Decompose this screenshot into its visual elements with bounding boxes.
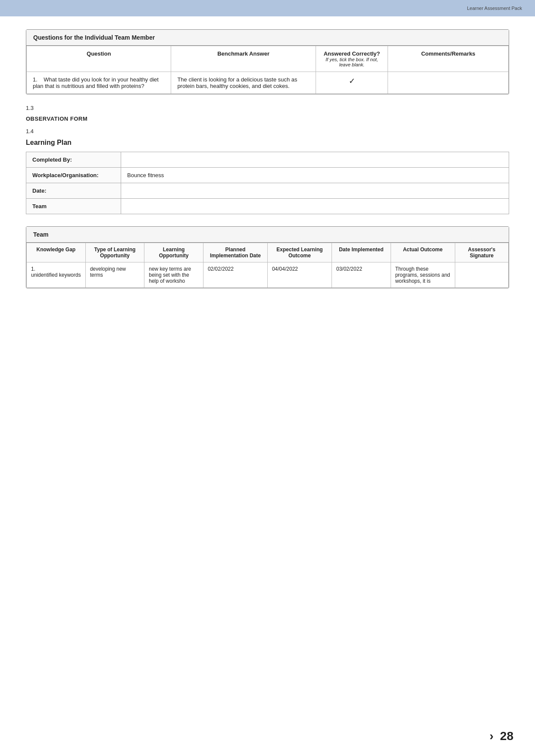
col-planned-date: Planned Implementation Date [203, 243, 267, 262]
info-value-team [121, 199, 509, 214]
col-question: Question [27, 46, 171, 72]
observation-form-label: OBSERVATION FORM [26, 116, 509, 122]
team-table: Knowledge Gap Type of Learning Opportuni… [26, 243, 509, 288]
learning-plan-title: Learning Plan [26, 139, 509, 147]
info-row-team: Team [26, 199, 509, 214]
knowledge-gap-value: unidentified keywords [31, 272, 81, 278]
col-answered-top: Answered Correctly? [322, 50, 382, 57]
info-row-date: Date: [26, 183, 509, 199]
team-expected-outcome: 04/04/2022 [267, 262, 332, 288]
col-answered-sub: If yes, tick the box. If not, leave blan… [322, 57, 382, 67]
questions-table-title: Questions for the Individual Team Member [26, 30, 509, 46]
header-bar: Learner Assessment Pack [0, 0, 535, 16]
header-title: Learner Assessment Pack [467, 6, 522, 11]
section-1-3-label: 1.3 [26, 105, 509, 111]
team-table-title: Team [26, 227, 509, 243]
questions-table: Question Benchmark Answer Answered Corre… [26, 46, 509, 94]
section-1-4-label: 1.4 [26, 128, 509, 134]
info-value-completed [121, 152, 509, 168]
col-knowledge-gap: Knowledge Gap [27, 243, 86, 262]
col-learning-opp: Learning Opportunity [144, 243, 203, 262]
team-actual-outcome: Through these programs, sessions and wor… [391, 262, 455, 288]
page-separator: › [490, 729, 494, 743]
team-knowledge-gap: 1. unidentified keywords [27, 262, 86, 288]
checkbox-cell: ✓ [316, 72, 388, 94]
col-expected-outcome: Expected Learning Outcome [267, 243, 332, 262]
team-planned-date: 02/02/2022 [203, 262, 267, 288]
info-label-workplace: Workplace/Organisation: [26, 168, 121, 183]
col-comments: Comments/Remarks [388, 46, 509, 72]
info-label-date: Date: [26, 183, 121, 199]
info-value-date [121, 183, 509, 199]
team-learning-opp: new key terms are being set with the hel… [144, 262, 203, 288]
team-type-learning: developing new terms [85, 262, 144, 288]
info-row-completed: Completed By: [26, 152, 509, 168]
page-number-area: › 28 [490, 729, 514, 743]
team-date-impl: 03/02/2022 [332, 262, 391, 288]
table-row: 1. What taste did you look for in your h… [27, 72, 509, 94]
comments-cell [388, 72, 509, 94]
col-benchmark: Benchmark Answer [171, 46, 316, 72]
questions-table-wrapper: Questions for the Individual Team Member… [26, 29, 509, 94]
question-number: 1. [33, 76, 38, 83]
benchmark-cell: The client is looking for a delicious ta… [171, 72, 316, 94]
row-number: 1. [31, 266, 81, 272]
col-answered: Answered Correctly? If yes, tick the box… [316, 46, 388, 72]
page-number: 28 [500, 729, 513, 743]
col-type-learning: Type of Learning Opportunity [85, 243, 144, 262]
info-row-workplace: Workplace/Organisation: Bounce fitness [26, 168, 509, 183]
info-label-completed: Completed By: [26, 152, 121, 168]
checkbox-icon: ✓ [349, 77, 355, 85]
info-table: Completed By: Workplace/Organisation: Bo… [26, 152, 509, 214]
question-text: What taste did you look for in your heal… [33, 76, 159, 89]
team-assessor-sig [455, 262, 508, 288]
col-assessor-sig: Assessor's Signature [455, 243, 508, 262]
table-row: 1. unidentified keywords developing new … [27, 262, 509, 288]
info-label-team: Team [26, 199, 121, 214]
info-value-workplace: Bounce fitness [121, 168, 509, 183]
col-actual-outcome: Actual Outcome [391, 243, 455, 262]
col-date-impl: Date Implemented [332, 243, 391, 262]
team-table-wrapper: Team Knowledge Gap Type of Learning Oppo… [26, 226, 509, 288]
question-cell: 1. What taste did you look for in your h… [27, 72, 171, 94]
